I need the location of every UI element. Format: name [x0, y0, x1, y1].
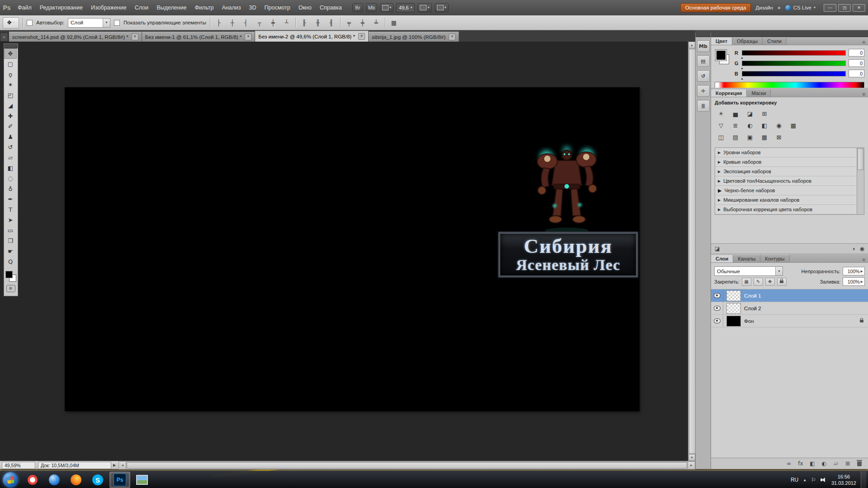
document-tab[interactable]: Без имени-1 @ 61,1% (Слой 1, RGB/8) * ×: [142, 32, 256, 42]
pen-tool[interactable]: ✒: [4, 194, 17, 204]
document-canvas[interactable]: Сибирия Ясеневый Лес: [65, 87, 640, 411]
dropdown-button[interactable]: ▾: [775, 267, 783, 275]
show-transform-controls-checkbox[interactable]: [114, 20, 120, 26]
layer-row-layer1[interactable]: Слой 1: [711, 289, 868, 302]
new-adjustment-layer-icon[interactable]: ◐: [819, 460, 829, 467]
action-center-icon[interactable]: ⚐: [811, 477, 816, 483]
curves-icon[interactable]: ◪: [744, 109, 756, 119]
history-panel-icon[interactable]: ↺: [697, 70, 710, 82]
close-icon[interactable]: ×: [245, 33, 251, 40]
taskbar-photoshop-button[interactable]: Ps: [109, 472, 130, 488]
scrubby-arrow-icon[interactable]: ▶: [861, 280, 863, 284]
view-extras-button[interactable]: ▾: [380, 3, 394, 12]
distribute-vertical-button[interactable]: ╪: [358, 18, 368, 28]
scrubby-arrow-icon[interactable]: ▶: [861, 270, 863, 273]
new-group-icon[interactable]: ▱: [831, 460, 841, 467]
launch-bridge-button[interactable]: Br: [352, 3, 363, 12]
distribute-top-button[interactable]: ╤: [344, 18, 354, 28]
histogram-panel-icon[interactable]: ▤: [697, 55, 710, 67]
3d-rotate-tool[interactable]: ❒: [4, 236, 17, 246]
arrange-documents-button[interactable]: ▾: [417, 3, 432, 12]
tool-preset-picker[interactable]: ✥ ▾: [3, 17, 19, 28]
link-layers-icon[interactable]: ∞: [784, 460, 794, 467]
eraser-tool[interactable]: ▱: [4, 152, 17, 163]
green-slider[interactable]: ▲: [742, 61, 846, 66]
preset-channel-mixer[interactable]: ▶Микширование каналов наборов: [715, 195, 857, 205]
delete-layer-icon[interactable]: [857, 461, 862, 466]
slider-marker-icon[interactable]: ▲: [740, 66, 744, 70]
new-layer-icon[interactable]: ⊞: [843, 460, 853, 467]
clone-stamp-tool[interactable]: ♟: [4, 132, 17, 142]
tray-expand-icon[interactable]: ▲: [803, 478, 806, 482]
zoom-tool[interactable]: Q: [4, 256, 17, 267]
presets-scrollbar[interactable]: [857, 148, 864, 214]
taskbar-skype-button[interactable]: S: [88, 472, 108, 488]
color-panel-swatches[interactable]: [715, 49, 730, 67]
layer-name[interactable]: Слой 1: [744, 293, 761, 298]
path-selection-tool[interactable]: ➤: [4, 215, 17, 225]
spot-healing-brush-tool[interactable]: ✚: [4, 111, 17, 121]
toggle-visibility-icon[interactable]: ◉: [860, 246, 864, 252]
horizontal-scrollbar[interactable]: ◄ ►: [119, 461, 695, 469]
zoom-level-control[interactable]: 49,6 ▾: [396, 3, 415, 12]
taskbar-firefox-button[interactable]: [66, 472, 86, 488]
lock-all-button[interactable]: [777, 278, 787, 286]
workspace-design-button[interactable]: Дизайн: [755, 5, 773, 10]
tab-adjustments[interactable]: Коррекция: [711, 89, 747, 97]
start-button[interactable]: [3, 472, 18, 488]
vertical-scrollbar[interactable]: ▲ ▼: [688, 42, 695, 461]
properties-panel-icon[interactable]: ≣: [697, 100, 710, 112]
distribute-right-button[interactable]: ╢: [327, 18, 337, 28]
add-layer-mask-icon[interactable]: ◧: [807, 460, 817, 467]
horizontal-scrollbar-thumb[interactable]: [127, 462, 687, 469]
close-button[interactable]: ✕: [853, 4, 865, 12]
hue-saturation-icon[interactable]: ≣: [729, 120, 742, 131]
minimize-button[interactable]: —: [824, 4, 836, 12]
eyedropper-tool[interactable]: ◢: [4, 100, 17, 111]
blue-value-field[interactable]: 0: [849, 70, 864, 77]
document-tab-active[interactable]: Без имени-2 @ 49,6% (Слой 1, RGB/8) * ×: [255, 31, 369, 42]
clock[interactable]: 16:56 31.03.2012: [831, 474, 856, 487]
green-value-field[interactable]: 0: [849, 59, 864, 67]
close-icon[interactable]: ×: [449, 33, 455, 40]
autoselect-checkbox[interactable]: [27, 20, 33, 26]
align-horizontal-centers-button[interactable]: ┼: [228, 18, 237, 28]
document-tab[interactable]: sibirija_1.jpg @ 100% (RGB/8#) ×: [369, 32, 459, 42]
lock-image-pixels-button[interactable]: ✎: [754, 278, 763, 286]
visibility-toggle[interactable]: [711, 289, 723, 302]
hand-tool[interactable]: ☛: [4, 246, 17, 256]
layer-thumbnail[interactable]: [726, 303, 741, 314]
dodge-tool[interactable]: ♁: [4, 184, 17, 194]
scroll-up-button[interactable]: ▲: [688, 42, 695, 48]
expand-triangle-icon[interactable]: ▶: [718, 179, 721, 183]
dock-grip[interactable]: [711, 33, 868, 37]
workspace-overflow-button[interactable]: »: [778, 5, 781, 11]
dock-grip[interactable]: [4, 44, 18, 48]
lasso-tool[interactable]: ϙ: [4, 69, 17, 80]
workspace-primary-button[interactable]: Основная рабочая среда: [680, 3, 751, 12]
rectangular-marquee-tool[interactable]: ▢: [4, 59, 17, 69]
tab-styles[interactable]: Стили: [763, 37, 787, 45]
preset-hue-saturation[interactable]: ▶Цветовой тон/Насыщенность наборов: [715, 176, 857, 186]
layer-row-layer2[interactable]: Слой 2: [711, 302, 868, 315]
menu-item-analysis[interactable]: Анализ: [218, 0, 245, 15]
zoom-field[interactable]: 49,59%: [2, 462, 35, 469]
close-icon[interactable]: ×: [358, 33, 365, 40]
tab-swatches[interactable]: Образцы: [732, 37, 763, 45]
invert-icon[interactable]: ◫: [715, 132, 727, 142]
menu-item-view[interactable]: Просмотр: [261, 0, 294, 15]
close-icon[interactable]: ×: [132, 33, 138, 40]
menu-item-edit[interactable]: Редактирование: [36, 0, 87, 15]
panel-menu-icon[interactable]: ≡: [860, 39, 868, 45]
menu-item-filter[interactable]: Фильтр: [190, 0, 218, 15]
tab-paths[interactable]: Контуры: [760, 255, 789, 262]
vertical-scrollbar-thumb[interactable]: [689, 49, 696, 454]
preset-levels[interactable]: ▶Уровни наборов: [715, 148, 857, 157]
preset-curves[interactable]: ▶Кривые наборов: [715, 157, 857, 167]
rectangle-tool[interactable]: ▭: [4, 225, 17, 236]
distribute-left-button[interactable]: ╟: [299, 18, 309, 28]
expand-triangle-icon[interactable]: ▶: [718, 160, 721, 164]
visibility-toggle[interactable]: [711, 315, 723, 327]
menu-item-select[interactable]: Выделение: [152, 0, 190, 15]
menu-item-3d[interactable]: 3D: [245, 0, 261, 15]
